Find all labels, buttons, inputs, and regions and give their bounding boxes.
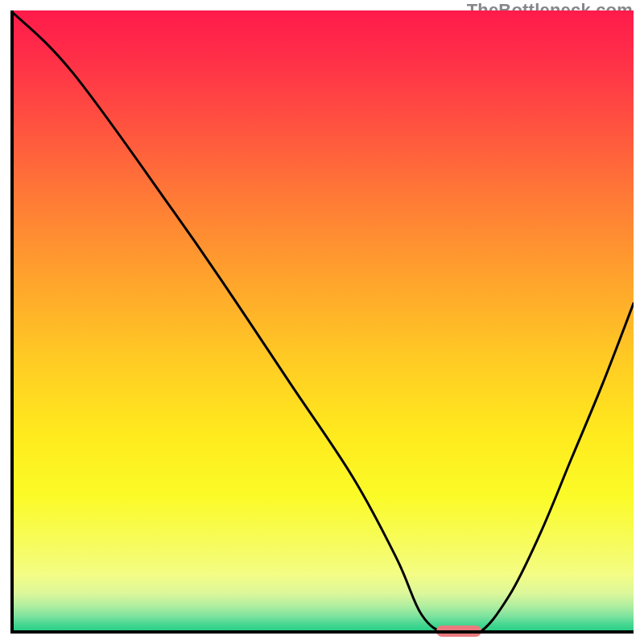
optimal-marker-pill [436,625,481,637]
plot-area [10,10,634,634]
bottleneck-curve [10,10,634,634]
